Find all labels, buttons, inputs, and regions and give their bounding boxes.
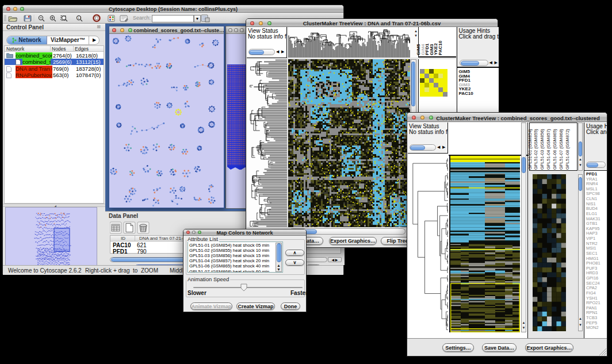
svg-text:Search:: Search: [133, 15, 151, 21]
svg-text:1:1: 1:1 [78, 17, 82, 20]
